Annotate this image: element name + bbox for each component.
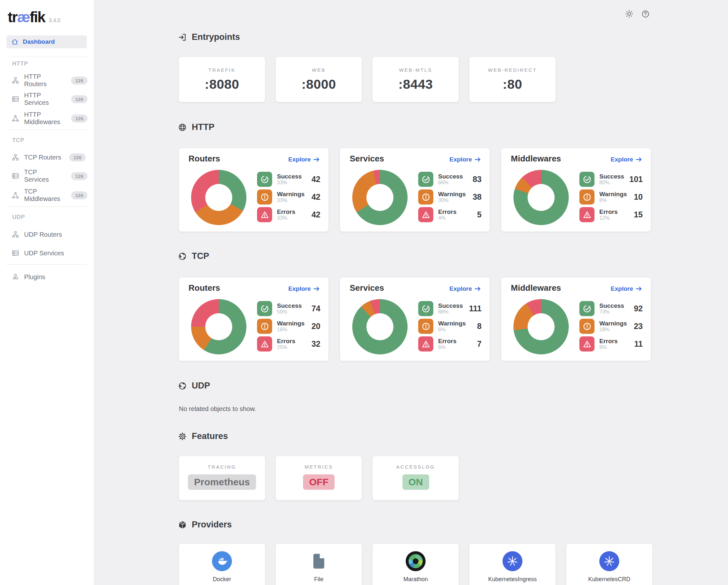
sidebar-item-http-middlewares[interactable]: HTTP Middlewares 126 [11,112,87,125]
sidebar-item-label: TCP Routers [24,154,61,161]
arrow-right-icon [313,285,320,292]
count-badge: 126 [71,114,87,123]
donut-chart [352,299,408,354]
divider [6,130,87,130]
stat-value: 5 [477,210,482,219]
help-icon[interactable] [641,10,650,18]
routers-icon [11,77,19,84]
warning-circle-icon [257,319,272,334]
explore-link[interactable]: Explore [449,285,481,292]
theme-toggle-sun-icon[interactable] [624,9,634,19]
donut-chart [191,170,246,225]
success-check-icon [257,172,272,187]
stat-value: 42 [311,192,320,202]
stat-value: 11 [634,339,643,349]
count-badge: 126 [69,153,85,161]
section-title: Features [192,431,228,441]
tcp-routers-card: Routers Explore Success59% 74 Warnings16… [179,277,329,361]
entrypoint-name: TRAEFIK [208,67,235,73]
provider-marathon-card: Marathon [372,544,459,585]
stat-value: 83 [473,175,482,184]
sidebar-item-tcp-routers[interactable]: TCP Routers 126 [11,151,87,164]
stat-value: 32 [311,339,320,349]
features-row: TRACING Prometheus METRICS OFF ACCESSLOG… [179,456,459,500]
sidebar-section-http: HTTP [12,60,28,67]
http-cards-row: Routers Explore Success33% 42 Warnings33… [179,148,651,232]
donut-chart [191,299,246,354]
stat-value: 8 [477,322,482,331]
entrypoints-section-header: Entrypoints [178,32,240,42]
card-title: Middlewares [511,154,561,164]
tcp-middlewares-card: Middlewares Explore Success73% 92 Warnin… [501,277,651,361]
feature-name: TRACING [208,464,236,470]
card-title: Middlewares [511,283,561,293]
success-check-icon [579,172,595,187]
divider [6,207,87,207]
services-icon [11,172,19,180]
count-badge: 126 [71,191,87,200]
tcp-section-header: TCP [178,251,209,261]
explore-link[interactable]: Explore [449,156,481,163]
sidebar-item-dashboard[interactable]: Dashboard [6,35,87,48]
arrow-right-icon [635,156,643,163]
sidebar-item-http-services[interactable]: HTTP Services 126 [11,92,87,105]
sidebar-item-label: TCP Services [24,168,63,183]
provider-kubernetescrd-card: KubernetesCRD [566,544,652,585]
explore-link[interactable]: Explore [288,285,320,292]
explore-link[interactable]: Explore [610,285,643,292]
error-triangle-icon [257,207,272,222]
count-badge: 126 [71,95,87,103]
http-middlewares-card: Middlewares Explore Success80% 101 Warni… [501,148,651,232]
entrypoint-card: WEB-MTLS :8443 [372,57,459,102]
udp-section-header: UDP [178,381,210,391]
feature-metrics-card: METRICS OFF [276,456,362,500]
card-title: Routers [188,283,220,293]
feature-name: METRICS [305,464,333,470]
section-title: Providers [192,520,232,530]
sidebar-item-plugins[interactable]: Plugins [11,270,87,283]
sidebar-item-tcp-services[interactable]: TCP Services 126 [11,169,87,182]
middlewares-icon [11,114,19,122]
donut-chart [352,170,408,225]
sidebar: træfik 3.4.0 Dashboard HTTP HTTP Routers… [0,0,94,585]
entrypoint-port: :8443 [398,77,433,92]
stat-value: 15 [634,210,643,219]
stat-value: 38 [473,192,482,202]
stat-value: 92 [634,304,643,313]
logo-text: træfik [8,8,45,26]
provider-name: KubernetesCRD [588,576,630,583]
stat-success: Success73% 92 [579,301,643,316]
explore-link[interactable]: Explore [610,156,643,163]
arrow-right-icon [474,156,481,163]
stats-list: Success59% 74 Warnings16% 20 Errors25% 3… [257,301,320,351]
entrypoint-card: WEB :8000 [276,57,362,102]
error-triangle-icon [257,337,272,351]
sidebar-item-label: HTTP Services [24,92,63,106]
tcp-cards-row: Routers Explore Success59% 74 Warnings16… [179,277,651,361]
success-check-icon [418,172,433,187]
earth-icon [178,381,187,391]
sidebar-item-http-routers[interactable]: HTTP Routers 126 [11,74,87,87]
count-badge: 126 [71,172,87,180]
arrow-right-icon [313,156,320,163]
features-section-header: Features [178,431,228,441]
udp-empty-message: No related objects to show. [179,405,256,413]
count-badge: 126 [71,77,87,85]
explore-link[interactable]: Explore [288,156,320,163]
routers-icon [11,153,19,161]
entrypoint-port: :80 [503,77,522,92]
sidebar-item-label: Dashboard [23,38,55,45]
gear-icon [178,432,187,441]
stat-value: 42 [311,175,320,184]
provider-file-card: File [276,544,362,585]
entrypoint-name: WEB [312,67,326,73]
sidebar-item-udp-services[interactable]: UDP Services [11,247,87,260]
services-icon [11,249,19,257]
warning-circle-icon [579,319,595,334]
success-check-icon [257,301,272,316]
sidebar-item-udp-routers[interactable]: UDP Routers [11,228,87,241]
sidebar-section-tcp: TCP [12,137,24,144]
sidebar-item-tcp-middlewares[interactable]: TCP Middlewares 126 [11,189,87,202]
donut-chart [514,299,569,354]
stats-list: Success66% 83 Warnings30% 38 Errors4% 5 [418,172,482,222]
